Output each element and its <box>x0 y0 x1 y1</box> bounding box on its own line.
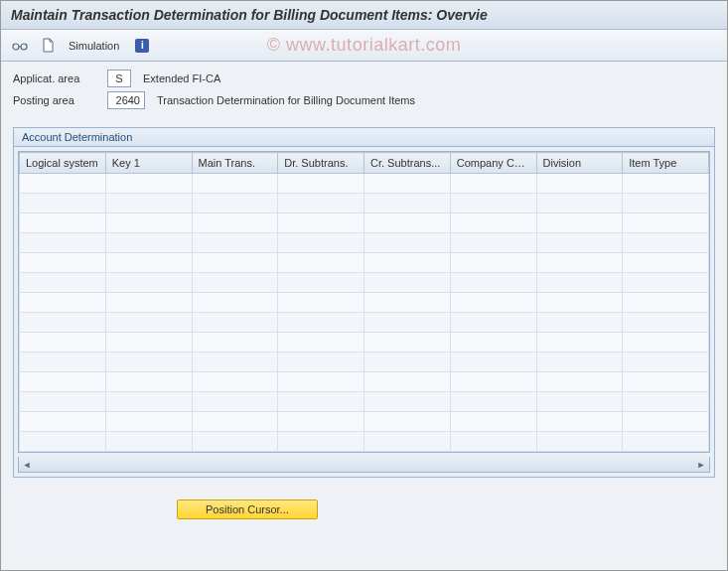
table-cell[interactable] <box>192 233 278 253</box>
table-row[interactable] <box>20 214 709 233</box>
table-cell[interactable] <box>450 412 536 432</box>
table-cell[interactable] <box>105 253 192 273</box>
column-header[interactable]: Division <box>536 153 623 174</box>
table-cell[interactable] <box>364 313 451 333</box>
table-cell[interactable] <box>623 353 709 372</box>
table-cell[interactable] <box>623 392 709 412</box>
table-cell[interactable] <box>192 194 278 214</box>
table-cell[interactable] <box>278 372 364 392</box>
table-cell[interactable] <box>364 233 451 253</box>
table-cell[interactable] <box>364 333 451 353</box>
table-cell[interactable] <box>450 333 536 353</box>
table-cell[interactable] <box>623 313 709 333</box>
table-cell[interactable] <box>450 372 536 392</box>
table-cell[interactable] <box>20 293 106 313</box>
table-cell[interactable] <box>20 273 106 293</box>
table-cell[interactable] <box>192 174 278 194</box>
table-cell[interactable] <box>105 313 192 333</box>
table-cell[interactable] <box>278 432 364 452</box>
table-cell[interactable] <box>623 233 709 253</box>
table-cell[interactable] <box>278 233 364 253</box>
glasses-icon[interactable] <box>9 35 31 57</box>
table-cell[interactable] <box>623 333 709 353</box>
table-cell[interactable] <box>105 233 192 253</box>
table-cell[interactable] <box>192 293 278 313</box>
table-row[interactable] <box>20 194 709 214</box>
column-header[interactable]: Company Code <box>450 153 536 174</box>
table-cell[interactable] <box>450 174 536 194</box>
column-header[interactable]: Cr. Subtrans... <box>364 153 451 174</box>
table-cell[interactable] <box>192 392 278 412</box>
table-cell[interactable] <box>278 253 364 273</box>
table-cell[interactable] <box>278 333 364 353</box>
table-cell[interactable] <box>192 353 278 372</box>
table-cell[interactable] <box>278 412 364 432</box>
table-cell[interactable] <box>536 333 623 353</box>
new-document-icon[interactable] <box>37 35 59 57</box>
table-cell[interactable] <box>20 253 106 273</box>
column-header[interactable]: Dr. Subtrans. <box>278 153 364 174</box>
table-cell[interactable] <box>536 432 623 452</box>
table-cell[interactable] <box>623 372 709 392</box>
table-cell[interactable] <box>192 214 278 233</box>
table-row[interactable] <box>20 372 709 392</box>
table-cell[interactable] <box>192 432 278 452</box>
table-cell[interactable] <box>105 392 192 412</box>
table-row[interactable] <box>20 333 709 353</box>
table-cell[interactable] <box>364 253 451 273</box>
table-cell[interactable] <box>20 392 106 412</box>
table-cell[interactable] <box>105 174 192 194</box>
table-cell[interactable] <box>536 353 623 372</box>
table-cell[interactable] <box>450 313 536 333</box>
table-row[interactable] <box>20 233 709 253</box>
scroll-right-icon[interactable]: ► <box>693 458 709 472</box>
table-row[interactable] <box>20 273 709 293</box>
info-icon[interactable]: i <box>135 39 149 53</box>
table-row[interactable] <box>20 392 709 412</box>
table-cell[interactable] <box>536 372 623 392</box>
table-cell[interactable] <box>105 372 192 392</box>
table-cell[interactable] <box>623 174 709 194</box>
table-cell[interactable] <box>364 432 451 452</box>
table-cell[interactable] <box>192 253 278 273</box>
table-cell[interactable] <box>364 353 451 372</box>
table-cell[interactable] <box>450 214 536 233</box>
table-row[interactable] <box>20 293 709 313</box>
table-cell[interactable] <box>20 174 106 194</box>
table-cell[interactable] <box>278 194 364 214</box>
horizontal-scrollbar[interactable]: ◄ ► <box>18 457 710 473</box>
table-cell[interactable] <box>450 253 536 273</box>
table-cell[interactable] <box>20 214 106 233</box>
table-cell[interactable] <box>105 293 192 313</box>
table-cell[interactable] <box>105 412 192 432</box>
table-cell[interactable] <box>20 412 106 432</box>
table-row[interactable] <box>20 432 709 452</box>
column-header[interactable]: Key 1 <box>105 153 192 174</box>
table-cell[interactable] <box>536 313 623 333</box>
column-header[interactable]: Item Type <box>623 153 709 174</box>
table-cell[interactable] <box>536 233 623 253</box>
table-cell[interactable] <box>364 293 451 313</box>
table-cell[interactable] <box>20 313 106 333</box>
table-cell[interactable] <box>450 432 536 452</box>
table-cell[interactable] <box>192 372 278 392</box>
table-cell[interactable] <box>105 353 192 372</box>
table-cell[interactable] <box>278 293 364 313</box>
table-cell[interactable] <box>20 333 106 353</box>
table-cell[interactable] <box>450 353 536 372</box>
table-cell[interactable] <box>623 412 709 432</box>
table-cell[interactable] <box>364 194 451 214</box>
table-cell[interactable] <box>105 432 192 452</box>
table-cell[interactable] <box>536 253 623 273</box>
table-cell[interactable] <box>364 372 451 392</box>
table-cell[interactable] <box>450 233 536 253</box>
table-cell[interactable] <box>20 194 106 214</box>
table-cell[interactable] <box>450 392 536 412</box>
table-row[interactable] <box>20 174 709 194</box>
table-cell[interactable] <box>192 273 278 293</box>
table-cell[interactable] <box>20 233 106 253</box>
table-cell[interactable] <box>450 293 536 313</box>
table-cell[interactable] <box>536 214 623 233</box>
table-cell[interactable] <box>450 273 536 293</box>
table-cell[interactable] <box>623 293 709 313</box>
